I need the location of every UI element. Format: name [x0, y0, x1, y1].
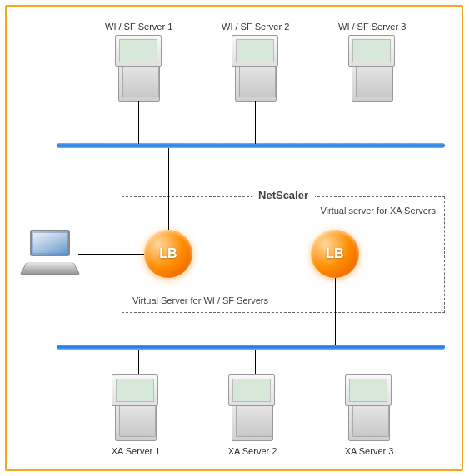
- wire: [335, 278, 336, 345]
- server-label: XA Server 1: [107, 446, 165, 456]
- wire: [372, 350, 372, 374]
- network-bar-top: [57, 143, 445, 148]
- netscaler-title: NetScaler: [252, 189, 315, 201]
- wi-vserver-label: Virtual Server for WI / SF Servers: [132, 295, 268, 305]
- xa-vserver-label: Virtual server for XA Servers: [320, 206, 436, 216]
- server-label: WI / SF Server 2: [222, 22, 289, 32]
- wire: [138, 101, 139, 144]
- diagram-canvas: WI / SF Server 1 WI / SF Server 2 WI / S…: [5, 5, 463, 471]
- lb-orb-xa: LB: [311, 230, 359, 278]
- xa-server-1: XA Server 1: [107, 374, 165, 456]
- server-label: WI / SF Server 1: [105, 22, 172, 32]
- wire: [255, 350, 256, 374]
- server-label: WI / SF Server 3: [338, 22, 406, 32]
- lb-label: LB: [159, 246, 177, 261]
- server-label: XA Server 3: [340, 446, 398, 456]
- wi-sf-server-3: WI / SF Server 3: [338, 22, 406, 102]
- xa-server-2: XA Server 2: [223, 374, 282, 456]
- wi-sf-server-1: WI / SF Server 1: [105, 22, 172, 102]
- wire: [78, 254, 144, 255]
- server-icon: [110, 35, 168, 102]
- lb-orb-wi: LB: [144, 230, 192, 278]
- wire: [255, 101, 256, 144]
- network-bar-bottom: [57, 345, 445, 350]
- wire: [168, 148, 169, 230]
- wire: [138, 350, 139, 374]
- client-laptop: [22, 230, 78, 276]
- server-icon: [340, 374, 398, 441]
- server-icon: [223, 374, 282, 441]
- server-icon: [343, 35, 402, 102]
- wire: [372, 101, 372, 144]
- wi-sf-server-2: WI / SF Server 2: [222, 22, 289, 102]
- xa-server-3: XA Server 3: [340, 374, 398, 456]
- server-label: XA Server 2: [223, 446, 282, 456]
- lb-label: LB: [326, 246, 343, 261]
- server-icon: [107, 374, 165, 441]
- server-icon: [227, 35, 285, 102]
